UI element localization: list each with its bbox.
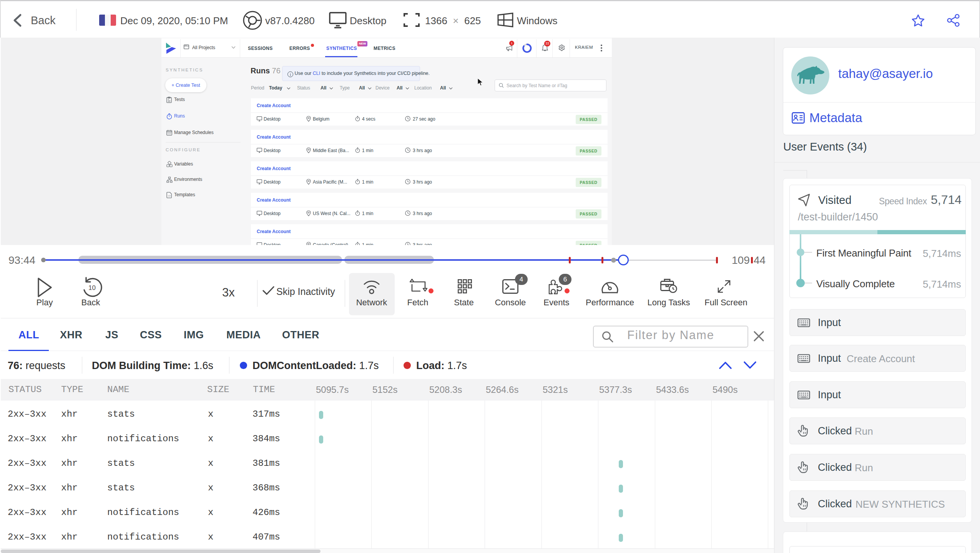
- svg-text:</>: </>: [168, 195, 171, 197]
- svg-text:10: 10: [88, 284, 96, 291]
